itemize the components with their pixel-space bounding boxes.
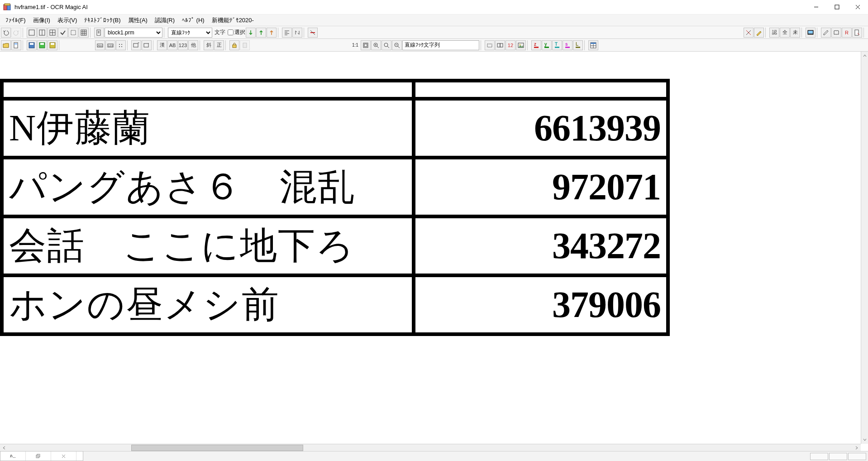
alpha-mode-button[interactable]: AB xyxy=(167,40,177,50)
frame-plus-button[interactable]: + xyxy=(131,40,141,50)
status-cell-2 xyxy=(829,453,847,460)
tab-1[interactable]: ﾊ.. xyxy=(0,451,26,461)
svg-point-57 xyxy=(384,43,388,47)
svg-rect-3 xyxy=(835,5,839,9)
select-checkbox[interactable]: 選択 xyxy=(228,29,245,36)
scroll-left-button[interactable] xyxy=(0,444,8,451)
window-grid-button[interactable] xyxy=(588,40,598,50)
numeric-mode-button[interactable]: 123 xyxy=(178,40,188,50)
menu-help[interactable]: ﾍﾙﾌﾟ (H) xyxy=(178,16,208,24)
minimize-button[interactable] xyxy=(806,0,826,14)
book-open-button[interactable] xyxy=(831,28,841,38)
vertical-scrollbar[interactable] xyxy=(861,52,868,444)
color-z-button[interactable]: z xyxy=(531,40,541,50)
redo-button[interactable] xyxy=(11,28,21,38)
check-button[interactable] xyxy=(58,28,68,38)
scroll-thumb[interactable] xyxy=(131,445,303,451)
tab-3-close[interactable] xyxy=(51,451,76,461)
edit-pencil-button[interactable] xyxy=(821,28,831,38)
other-mode-button[interactable]: 他 xyxy=(188,40,198,50)
layout-3-button[interactable] xyxy=(48,28,57,38)
zoom-out-button[interactable] xyxy=(392,40,402,50)
moji-label: 文字 xyxy=(213,29,227,36)
arrow-up-orange-button[interactable] xyxy=(267,28,277,38)
paste-button[interactable] xyxy=(240,40,250,50)
pencil-button[interactable] xyxy=(754,28,764,38)
close-button[interactable] xyxy=(847,0,868,14)
fit-box-button[interactable] xyxy=(361,40,371,50)
save-yellow-button[interactable] xyxy=(48,40,57,50)
menu-attributes[interactable]: 属性(A) xyxy=(124,15,151,25)
cell-right: 6613939 xyxy=(414,99,668,158)
arrow-down-button[interactable] xyxy=(246,28,256,38)
status-cell-1 xyxy=(810,453,828,460)
tab-2-restore[interactable] xyxy=(26,451,51,461)
arrow-up-green-button[interactable] xyxy=(256,28,266,38)
color-l-button[interactable]: L xyxy=(573,40,583,50)
svg-line-60 xyxy=(398,46,400,48)
open-folder-button[interactable] xyxy=(1,40,11,50)
color-t-button[interactable]: T xyxy=(552,40,562,50)
123-frame-button[interactable]: 123 xyxy=(105,40,115,50)
horizontal-scrollbar[interactable] xyxy=(0,444,861,451)
table-row: 会話 ここに地下ろ 343272 xyxy=(2,216,668,275)
zoom-button[interactable] xyxy=(382,40,391,50)
frame-minus-button[interactable]: - xyxy=(142,40,152,50)
image-button[interactable] xyxy=(516,40,526,50)
overlay-2-button[interactable] xyxy=(495,40,505,50)
layout-2-button[interactable] xyxy=(37,28,47,38)
svg-rect-34 xyxy=(40,43,44,45)
scroll-right-button[interactable] xyxy=(853,444,861,451)
overlay-1-button[interactable] xyxy=(485,40,495,50)
recognize-not-done-button[interactable]: 未 xyxy=(790,28,800,38)
menu-file[interactable]: ﾌｧｲﾙ(F) xyxy=(2,16,29,24)
undo-button[interactable] xyxy=(1,28,11,38)
layout-1-button[interactable] xyxy=(27,28,37,38)
svg-rect-49 xyxy=(233,45,236,48)
zoom-in-button[interactable] xyxy=(371,40,381,50)
edit-doc-button[interactable] xyxy=(852,28,862,38)
scroll-up-button[interactable] xyxy=(861,52,868,60)
r-button[interactable]: R xyxy=(842,28,852,38)
selection-rect-button[interactable] xyxy=(68,28,78,38)
doc-list-button[interactable] xyxy=(11,40,21,50)
scroll-down-button[interactable] xyxy=(861,436,868,444)
abc-frame-button[interactable]: Abc xyxy=(95,40,105,50)
hook-select[interactable]: 直線ﾌｯｸ xyxy=(168,28,212,38)
svg-rect-10 xyxy=(71,30,76,35)
recognize-all-button[interactable]: 全 xyxy=(780,28,790,38)
menu-new-features[interactable]: 新機能ﾃﾞﾓ2020- xyxy=(208,15,258,25)
menu-textblock[interactable]: ﾃｷｽﾄﾌﾞﾛｯｸ(B) xyxy=(81,16,124,24)
italic-button[interactable]: 斜 xyxy=(204,40,214,50)
color-s-button[interactable]: s xyxy=(563,40,572,50)
upright-button[interactable]: 正 xyxy=(214,40,224,50)
color-y-button[interactable]: y xyxy=(542,40,552,50)
strike-button[interactable] xyxy=(308,28,318,38)
save-blue-button[interactable] xyxy=(27,40,37,50)
pencil-strike-button[interactable] xyxy=(744,28,754,38)
doc-icon-button[interactable] xyxy=(94,28,104,38)
hook-text-input[interactable] xyxy=(402,40,479,50)
svg-rect-16 xyxy=(97,30,100,35)
block-param-select[interactable]: block1.prm xyxy=(105,28,162,38)
svg-point-41 xyxy=(119,44,120,45)
save-green-button[interactable] xyxy=(37,40,47,50)
align-left-button[interactable] xyxy=(282,28,292,38)
svg-rect-30 xyxy=(14,43,17,44)
grid-button[interactable] xyxy=(79,28,89,38)
svg-rect-52 xyxy=(364,44,367,47)
document-viewport[interactable]: N伊藤蘭 6613939 パングあさ６ 混乱 972071 会話 ここに地下ろ … xyxy=(0,52,861,444)
screen-button[interactable] xyxy=(806,28,816,38)
menu-image[interactable]: 画像(I) xyxy=(29,15,54,25)
svg-text:123: 123 xyxy=(108,44,113,47)
overlay-12-button[interactable]: 12 xyxy=(506,40,515,50)
dots-button[interactable] xyxy=(116,40,126,50)
cell-right: 972071 xyxy=(414,158,668,216)
sort-button[interactable] xyxy=(292,28,302,38)
menu-recognize[interactable]: 認識(R) xyxy=(151,15,178,25)
lock-button[interactable] xyxy=(229,40,239,50)
kanji-mode-button[interactable]: 漢 xyxy=(157,40,167,50)
maximize-button[interactable] xyxy=(826,0,847,14)
menu-view[interactable]: 表示(V) xyxy=(54,15,81,25)
recognize-ninshiki-button[interactable]: 認 xyxy=(769,28,779,38)
